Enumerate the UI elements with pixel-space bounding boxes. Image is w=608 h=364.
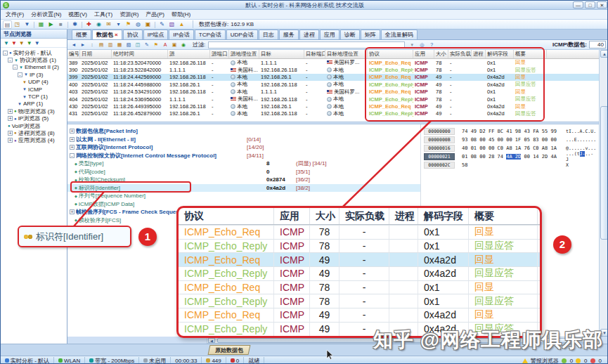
column-header[interactable]: 编号 [67, 50, 80, 58]
toolbar-icon[interactable]: ✱ [70, 20, 79, 29]
expander-icon[interactable]: + [70, 209, 75, 214]
funnel-icon[interactable]: ▼ [27, 40, 32, 46]
tree-node[interactable]: ● VoIP浏览器 [1, 122, 67, 129]
view-tab[interactable]: 概要 [72, 30, 91, 39]
hex-row[interactable]: 0000000B 93 08 00 45 00 00 1F 05 83 00 0… [424, 136, 596, 144]
packet-toolbar-icon[interactable]: ▧ [124, 41, 133, 48]
menu-item[interactable]: 分析设置(N) [28, 10, 64, 19]
funnel-icon[interactable]: ▼ [11, 40, 17, 46]
tree-node[interactable]: + ● 应用浏览器 (4) [1, 137, 67, 144]
view-tab[interactable]: TCP会话 [195, 30, 226, 39]
toolbar-icon[interactable]: ▦ [37, 20, 46, 29]
view-tab[interactable]: 进程 [299, 30, 319, 39]
tree-node[interactable]: - ▼ Ethernet II (2) [1, 64, 67, 71]
maximize-button[interactable]: □ [585, 1, 595, 8]
tree-node[interactable]: ▼ TCP (1) [1, 93, 67, 100]
toolbar-icon[interactable]: ▼ [22, 20, 32, 29]
expander-icon[interactable]: + [70, 145, 75, 150]
toolbar-icon[interactable]: ▣ [143, 20, 153, 29]
toolbar-icon[interactable]: ◍ [134, 20, 143, 29]
expander-icon[interactable]: - [3, 51, 8, 56]
toolbar-icon[interactable]: ◳ [13, 20, 22, 29]
view-tab[interactable]: 诊断 [340, 30, 360, 39]
expander-icon[interactable]: + [70, 129, 75, 134]
view-tab[interactable]: 服务 [279, 30, 299, 39]
toolbar-icon[interactable]: | [32, 20, 36, 29]
view-tab[interactable]: IP端点 [143, 30, 169, 39]
funnel-icon[interactable]: ▼ [34, 40, 40, 46]
toolbar-icon[interactable]: ▶ [46, 20, 56, 29]
packet-toolbar-icon[interactable]: ▦ [115, 41, 124, 48]
menu-item[interactable]: 视图(V) [65, 10, 90, 19]
packet-toolbar-icon[interactable]: ▣ [170, 41, 179, 48]
vertical-scrollbar[interactable]: ▲ ▼ [599, 50, 608, 337]
expander-icon[interactable]: + [70, 137, 75, 142]
column-header[interactable]: 日期 [80, 50, 112, 58]
packet-toolbar-icon[interactable]: ▤ [97, 41, 105, 48]
toolbar-icon[interactable]: ✚ [84, 20, 93, 29]
toolbar-icon[interactable]: | [80, 20, 84, 29]
toolbar-icon[interactable]: | [153, 20, 157, 29]
expander-icon[interactable]: + [8, 109, 13, 114]
expander-icon[interactable]: - [70, 153, 75, 158]
funnel-icon[interactable]: ▼ [4, 40, 9, 46]
hex-row[interactable]: 00000000 74 49 D2 FF 8C 41 98 43 FA 55 9… [424, 127, 596, 136]
toolbar-icon[interactable]: ▧ [167, 20, 176, 29]
scroll-up-icon[interactable]: ▲ [600, 50, 608, 58]
tree-node[interactable]: + ● 进程浏览器 (8) [1, 129, 67, 136]
menu-item[interactable]: 资源(R) [117, 10, 141, 19]
column-header[interactable]: 绝对时间 [112, 50, 168, 58]
column-header[interactable]: 目标地理位置 [325, 50, 368, 58]
tree-node[interactable]: ▼ ICMP [1, 86, 67, 93]
expander-icon[interactable]: + [8, 138, 13, 143]
tree-node[interactable]: ▼ UDP (4) [1, 79, 67, 86]
view-tab[interactable]: 数据包 × [92, 30, 122, 39]
packet-toolbar-icon[interactable]: ◫ [134, 41, 142, 48]
column-header[interactable]: 源 [168, 50, 210, 58]
tree-node[interactable]: - ● 实时分析 - 默认 [1, 49, 67, 56]
view-tab[interactable]: UDP会话 [226, 30, 258, 39]
expander-icon[interactable]: - [13, 65, 18, 70]
scrollbar-thumb[interactable] [600, 106, 608, 240]
decode-tree-row[interactable]: ◆ 序列号[Sequence Number] [67, 192, 599, 200]
toolbar-icon[interactable]: | [66, 20, 70, 29]
alert-browser-label[interactable]: 警报浏览器 [531, 357, 559, 364]
expander-icon[interactable]: + [8, 131, 13, 136]
tree-node[interactable]: + ● 物理浏览器 (3) [1, 108, 67, 115]
toolbar-icon[interactable]: ■ [56, 20, 65, 29]
scroll-left-icon[interactable]: ◀ [208, 338, 215, 343]
hex-row[interactable]: 00000021 01 08 00 28 74 4A 2D 00 14 2D 4… [424, 152, 596, 161]
view-tab[interactable]: 全流量解码 [381, 30, 418, 39]
menu-item[interactable]: 帮助(H) [169, 10, 193, 19]
tree-node[interactable]: - ▼ IP (3) [1, 71, 67, 78]
expander-icon[interactable]: + [8, 116, 13, 121]
column-header[interactable]: 源地理位置 [229, 50, 259, 58]
counter-value[interactable]: 40 [589, 41, 606, 48]
packet-toolbar-icon[interactable]: ▥ [106, 41, 115, 48]
column-header[interactable]: 源端口 [210, 50, 229, 58]
packet-toolbar-icon[interactable]: ► [79, 41, 87, 48]
menu-item[interactable]: 产品(P) [143, 10, 167, 19]
view-tab[interactable]: 矩阵 [361, 30, 380, 39]
view-tab[interactable]: 协议 [123, 30, 143, 39]
column-header[interactable]: 目标端口 [304, 50, 325, 58]
toolbar-icon[interactable]: ✉ [104, 20, 113, 29]
toolbar-icon[interactable]: ✎ [157, 20, 167, 29]
raw-packet-tab[interactable]: 原始数据包 [208, 345, 251, 355]
packet-toolbar-icon[interactable]: ⚑ [152, 41, 160, 48]
toolbar-icon[interactable]: ◉ [94, 20, 103, 29]
tree-node[interactable]: + ● IP浏览器 (5) [1, 115, 67, 122]
funnel-icon[interactable]: ▼ [19, 40, 25, 46]
tree-node[interactable]: ▼ ARP (1) [1, 100, 67, 108]
close-tab-icon[interactable]: × [115, 32, 118, 38]
packet-toolbar-icon[interactable]: ◉ [179, 41, 188, 48]
column-header[interactable]: 目标 [259, 50, 304, 58]
toolbar-icon[interactable]: ▾ [114, 20, 123, 29]
toolbar-icon[interactable]: ⚑ [124, 20, 133, 29]
packet-toolbar-icon[interactable]: ◄ [70, 41, 78, 48]
menu-item[interactable]: 文件(F) [3, 10, 27, 19]
packet-toolbar-icon[interactable]: ↕ [88, 41, 96, 48]
menu-item[interactable]: 工具(T) [91, 10, 115, 19]
view-tab[interactable]: 日志 [259, 30, 278, 39]
expander-icon[interactable]: - [18, 72, 22, 77]
